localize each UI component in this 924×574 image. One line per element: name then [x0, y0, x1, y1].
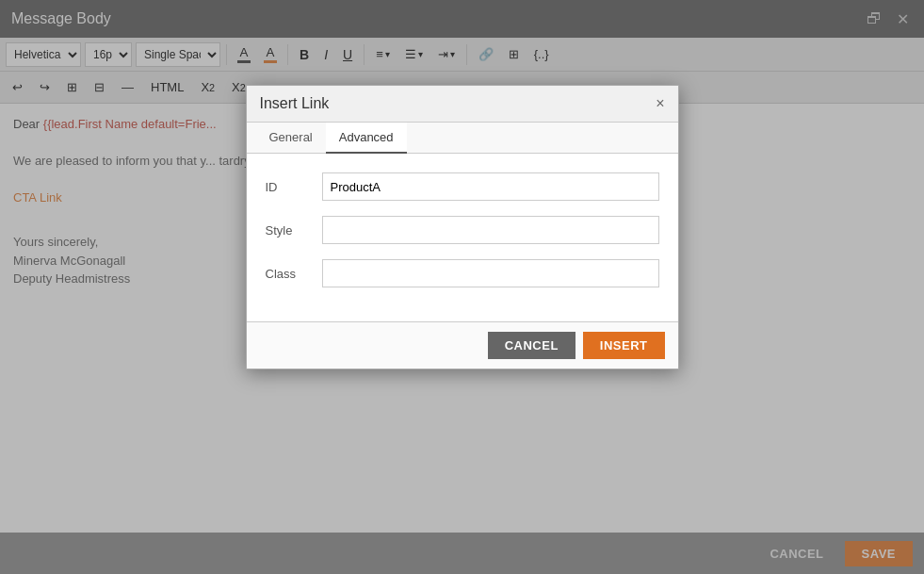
- field-row-id: ID: [266, 172, 659, 201]
- dialog-footer: CANCEL INSERT: [247, 321, 678, 369]
- dialog-close-button[interactable]: ×: [656, 95, 664, 112]
- dialog-body: ID Style Class: [247, 154, 678, 321]
- dialog-title-bar: Insert Link ×: [247, 86, 678, 123]
- dialog-cancel-button[interactable]: CANCEL: [488, 332, 575, 359]
- class-label: Class: [266, 267, 322, 281]
- tab-general[interactable]: General: [256, 123, 326, 154]
- modal-overlay: Insert Link × General Advanced ID Style: [0, 0, 924, 574]
- dialog-tabs: General Advanced: [247, 123, 678, 154]
- dialog-title: Insert Link: [260, 95, 330, 112]
- field-row-class: Class: [266, 259, 659, 287]
- editor-window: Message Body 🗗 ✕ Helvetica 16px Single S…: [0, 0, 924, 574]
- dialog-insert-button[interactable]: INSERT: [583, 332, 665, 359]
- class-input[interactable]: [322, 259, 659, 287]
- style-label: Style: [266, 223, 322, 238]
- id-label: ID: [266, 180, 322, 194]
- style-input[interactable]: [322, 216, 659, 244]
- field-row-style: Style: [266, 216, 659, 244]
- tab-advanced[interactable]: Advanced: [326, 123, 407, 154]
- id-input[interactable]: [322, 172, 659, 201]
- insert-link-dialog: Insert Link × General Advanced ID Style: [246, 85, 679, 369]
